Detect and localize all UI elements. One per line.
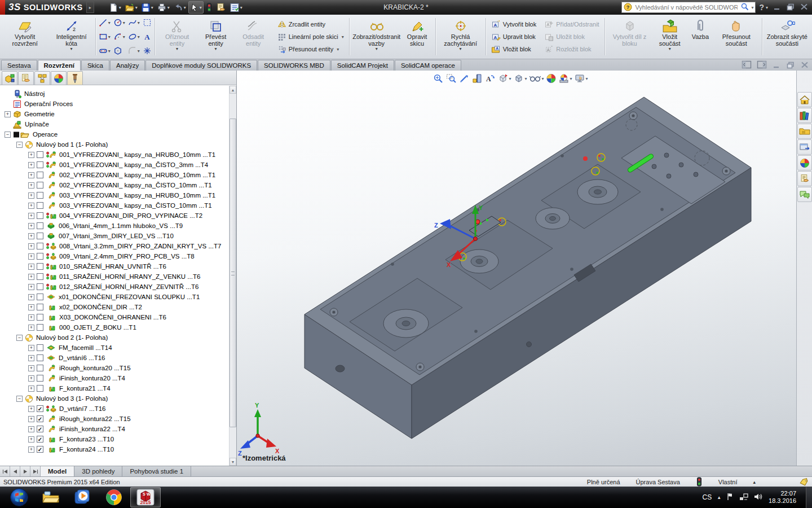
operation-checkbox[interactable] [37, 314, 43, 321]
insert-component-button[interactable]: Vložit součást▾ [652, 16, 687, 58]
document-minimize-icon[interactable] [772, 61, 781, 70]
clock[interactable]: 22:07 18.3.2016 [769, 490, 796, 505]
home-button[interactable] [797, 92, 812, 107]
operation-checkbox[interactable] [37, 304, 43, 310]
operation-checkbox[interactable]: ✓ [37, 436, 43, 443]
close-icon[interactable] [800, 3, 809, 12]
expand-icon[interactable]: + [28, 304, 34, 310]
help-icon[interactable]: ? [759, 3, 764, 12]
vcr-next-button[interactable] [20, 466, 30, 476]
sketch-selection-box-button[interactable] [142, 16, 152, 29]
section-view-button[interactable] [471, 73, 482, 84]
3d-model-scene[interactable]: Y Z X Y Z [237, 71, 796, 466]
expand-icon[interactable]: + [28, 233, 34, 239]
tree-item[interactable]: +002_VYFREZOVANI_ kapsy_na_HRUBO_10mm ..… [0, 170, 229, 180]
operation-checkbox[interactable] [37, 233, 43, 239]
dropdown-arrow-icon[interactable]: ▾ [119, 5, 121, 10]
apply-scene-button[interactable]: ▾ [559, 73, 572, 84]
trim-entities-button[interactable]: Oříznout entity▾ [157, 16, 197, 58]
tree-item[interactable]: +Geometrie [0, 109, 229, 119]
model-tab-model[interactable]: Model [41, 466, 74, 476]
operation-checkbox[interactable] [37, 161, 43, 168]
collapse-icon[interactable]: − [5, 132, 11, 138]
convert-entities-button[interactable]: Převést entity▾ [197, 16, 234, 58]
model-tab-3d-pohledy[interactable]: 3D pohledy [74, 466, 122, 476]
sketch-point-button[interactable] [142, 45, 152, 58]
tree-item[interactable]: +X03_DOKONČENI_OHRANENI ...T6 [0, 312, 229, 322]
operation-checkbox[interactable]: ✓ [37, 405, 43, 412]
menu-expand-arrow-icon[interactable]: ▸ [86, 2, 94, 13]
explode-block-button[interactable]: ARozložit blok [541, 43, 602, 55]
expand-icon[interactable]: + [28, 436, 34, 443]
operation-checkbox[interactable] [37, 294, 43, 300]
tree-item[interactable]: −Nulový bod 1 (1- Poloha) [0, 139, 229, 150]
rebuild-button[interactable] [205, 1, 214, 14]
tree-item[interactable]: +x02_DOKONČENI_DIR ...T2 [0, 302, 229, 312]
operation-checkbox[interactable] [37, 151, 43, 158]
volume-icon[interactable] [753, 493, 762, 502]
explorer-taskbar-icon[interactable] [36, 487, 66, 507]
tree-item[interactable]: +✓iRough_kontura22 ...T15 [0, 414, 229, 424]
operation-checkbox[interactable] [37, 283, 43, 290]
ribbon-tab-skica[interactable]: Skica [81, 60, 109, 71]
previous-view-button[interactable] [458, 73, 469, 84]
operation-checkbox[interactable]: ✓ [37, 446, 43, 453]
hide-show-items-button[interactable]: ▾ [529, 73, 544, 84]
ribbon-tab-solidworks-mbd[interactable]: SOLIDWORKS MBD [258, 60, 330, 71]
tree-item[interactable]: +003_VYFREZOVANI_ kapsy_na_HRUBO_10mm ..… [0, 190, 229, 200]
make-part-from-block-button[interactable]: Vytvořit díl z bloku [607, 16, 652, 58]
add-remove-entities-button[interactable]: APřidat/Odstranit [541, 18, 602, 30]
expand-icon[interactable]: + [28, 416, 34, 422]
tree-item[interactable]: +000_OJETI_Z_BOKU ...T1 [0, 322, 229, 332]
operation-checkbox[interactable] [37, 253, 43, 260]
tree-item[interactable]: +010_SRAŽENÍ_HRAN_UVNITŘ ...T6 [0, 261, 229, 271]
operation-checkbox[interactable] [37, 385, 43, 392]
print-button[interactable]: ▾ [156, 1, 171, 14]
expand-icon[interactable]: + [28, 152, 34, 158]
tree-item[interactable]: +001_VYFREZOVANI_ kapsy_na_HRUBO_10mm ..… [0, 150, 229, 160]
model-tab-pohybov-studie-1[interactable]: Pohybová studie 1 [122, 466, 191, 476]
tree-item[interactable]: +iRough_kontura20 ...T15 [0, 363, 229, 373]
save-block-button[interactable]: Uložit blok [541, 30, 602, 43]
vcr-last-button[interactable] [30, 466, 41, 476]
expand-icon[interactable]: + [28, 213, 34, 219]
operation-checkbox[interactable] [37, 202, 43, 209]
expand-icon[interactable]: + [28, 182, 34, 189]
insert-block-button[interactable]: AVložit blok [488, 43, 540, 55]
help-dropdown-icon[interactable]: ▾ [766, 5, 768, 10]
smart-dimension-button[interactable]: 2Inteligentní kóta▾ [50, 16, 92, 58]
zoom-area-button[interactable] [445, 73, 456, 84]
network-icon[interactable] [739, 493, 748, 502]
tree-item[interactable]: +011_SRAŽENÍ_HORNÍ_HRANY_Z_VENKU ...T6 [0, 271, 229, 282]
tree-item[interactable]: +004_VYFREZOVANI_DIR_PRO_VYPINACE ...T2 [0, 211, 229, 221]
undo-button[interactable]: ▾ [172, 1, 187, 14]
tree-item[interactable]: +✓F_kontura24 ...T10 [0, 444, 229, 454]
tree-item[interactable]: +FM_facemill ...T14 [0, 343, 229, 353]
units-selector[interactable]: Vlastní [718, 479, 738, 485]
expand-icon[interactable]: + [28, 192, 34, 199]
graphics-viewport[interactable]: A▾▾▾▾▾ [237, 71, 796, 466]
tree-item[interactable]: +003_VYFREZOVANI_ kapsy_na_ČISTO_10mm ..… [0, 200, 229, 211]
new-document-button[interactable]: ▾ [108, 1, 122, 14]
tree-item[interactable]: −Operace [0, 129, 229, 139]
operation-checkbox[interactable] [37, 192, 43, 199]
language-indicator[interactable]: CS [702, 493, 712, 501]
file-explorer-button[interactable] [797, 139, 812, 155]
start-button[interactable] [4, 487, 34, 507]
ribbon-tab-sestava[interactable]: Sestava [1, 60, 37, 71]
units-popup-arrow-icon[interactable]: ▴ [753, 479, 756, 485]
operation-checkbox[interactable] [37, 344, 43, 351]
vcr-first-button[interactable] [0, 466, 10, 476]
quick-snaps-button[interactable]: Rychlá zachytávání▾ [438, 16, 483, 58]
tree-item[interactable]: +F_kontura21 ...T4 [0, 383, 229, 393]
expand-icon[interactable]: + [28, 386, 34, 392]
expand-icon[interactable]: + [28, 345, 34, 351]
expand-icon[interactable]: + [28, 355, 34, 361]
open-button[interactable]: ▾ [123, 1, 139, 14]
search-input[interactable] [634, 3, 739, 11]
operation-checkbox[interactable] [37, 182, 43, 189]
expand-icon[interactable]: + [28, 223, 34, 229]
mirror-entities-button[interactable]: Zrcadlit entity [275, 18, 347, 30]
make-block-button[interactable]: AVytvořit blok [488, 18, 540, 30]
tree-item[interactable]: Operační Proces [0, 99, 229, 109]
